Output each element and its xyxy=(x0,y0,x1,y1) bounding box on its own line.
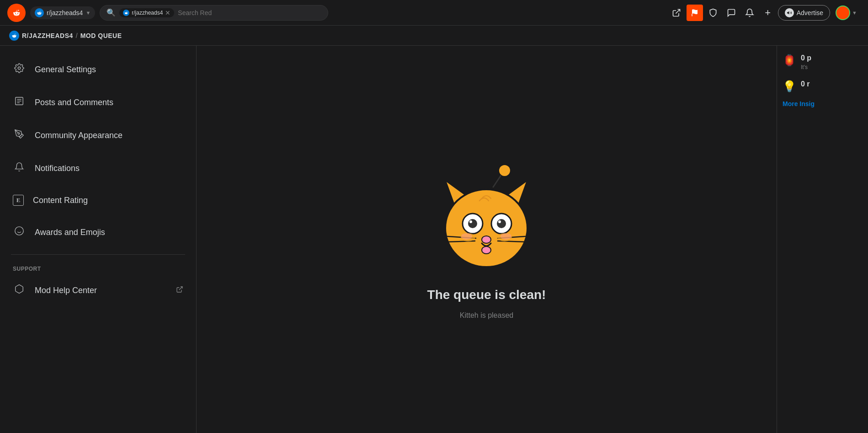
support-section-label: SUPPORT xyxy=(0,260,196,274)
external-link-icon xyxy=(176,286,183,295)
chevron-down-icon: ▼ xyxy=(85,10,91,16)
sidebar-item-label: General Settings xyxy=(35,65,96,75)
user-chevron-icon: ▼ xyxy=(852,10,857,16)
sidebar-item-posts-comments[interactable]: Posts and Comments xyxy=(0,86,196,119)
insight-posts-desc: It's xyxy=(801,64,808,70)
sidebar-item-label: Content Rating xyxy=(33,196,88,205)
awards-icon xyxy=(13,226,26,239)
user-menu[interactable]: ▼ xyxy=(832,4,861,22)
svg-point-24 xyxy=(445,189,527,267)
notification-bell-button[interactable] xyxy=(741,5,758,21)
help-center-icon xyxy=(13,284,26,297)
sidebar-item-label: Posts and Comments xyxy=(35,98,113,107)
main-content: The queue is clean! Kitteh is pleased xyxy=(197,46,777,433)
shield-button[interactable] xyxy=(705,5,721,21)
search-input[interactable] xyxy=(178,9,321,16)
advertise-label: Advertise xyxy=(797,9,823,16)
right-panel: 🏮 0 p It's 💡 0 r More Insig xyxy=(777,46,868,433)
svg-point-29 xyxy=(469,220,472,223)
posts-icon xyxy=(13,96,26,109)
insight-reports-count: 0 r xyxy=(801,79,810,89)
search-tab-label: r/jazzheads4 xyxy=(132,10,163,16)
community-selector[interactable]: r/jazzheads4 ▼ xyxy=(30,6,95,19)
reddit-logo[interactable] xyxy=(7,4,26,22)
empty-state-title: The queue is clean! xyxy=(427,288,546,302)
svg-point-31 xyxy=(482,236,491,243)
lamp-icon: 🏮 xyxy=(783,54,796,67)
insight-card-reports: 💡 0 r xyxy=(783,79,863,93)
sidebar-item-awards-emojis[interactable]: Awards and Emojis xyxy=(0,216,196,249)
sidebar-item-community-appearance[interactable]: Community Appearance xyxy=(0,119,196,152)
subreddit-icon xyxy=(35,8,44,17)
sidebar-item-general-settings[interactable]: General Settings xyxy=(0,53,196,86)
breadcrumb-separator: / xyxy=(76,32,78,39)
search-tab-pill[interactable]: r/jazzheads4 ✕ xyxy=(119,8,174,17)
add-button[interactable]: + xyxy=(760,5,776,21)
svg-point-8 xyxy=(18,133,20,134)
svg-point-3 xyxy=(18,67,21,69)
flag-button[interactable] xyxy=(687,5,703,21)
breadcrumb-bar: R/JAZZHEADS4 / MOD QUEUE xyxy=(0,26,868,46)
sidebar-divider xyxy=(11,254,185,255)
insight-card-posts: 🏮 0 p It's xyxy=(783,53,863,72)
top-navigation: r/jazzheads4 ▼ 🔍 r/jazzheads4 ✕ xyxy=(0,0,868,26)
svg-point-40 xyxy=(501,233,511,240)
sidebar-item-label: Community Appearance xyxy=(35,131,122,140)
nav-icons: + Advertise ▼ xyxy=(668,4,861,22)
search-tab-icon xyxy=(123,10,129,16)
sidebar: General Settings Posts and Comments xyxy=(0,46,197,433)
svg-point-9 xyxy=(15,227,23,235)
kitteh-illustration xyxy=(434,160,539,278)
content-rating-icon: E xyxy=(13,195,24,206)
empty-state-subtitle: Kitteh is pleased xyxy=(460,311,513,320)
breadcrumb-section: MOD QUEUE xyxy=(80,32,122,39)
chat-button[interactable] xyxy=(723,5,740,21)
svg-point-39 xyxy=(461,233,472,240)
sidebar-item-mod-help-center[interactable]: Mod Help Center xyxy=(0,274,196,307)
user-avatar xyxy=(836,5,850,20)
insight-posts-count: 0 p xyxy=(801,53,811,63)
breadcrumb-subreddit-icon xyxy=(9,31,19,41)
svg-line-12 xyxy=(179,287,182,290)
breadcrumb-subreddit: R/JAZZHEADS4 xyxy=(22,32,73,39)
sidebar-item-label: Awards and Emojis xyxy=(35,228,105,237)
sidebar-item-content-rating[interactable]: E Content Rating xyxy=(0,185,196,216)
empty-state: The queue is clean! Kitteh is pleased xyxy=(427,160,546,320)
svg-line-1 xyxy=(676,9,680,13)
sidebar-item-notifications[interactable]: Notifications xyxy=(0,152,196,185)
svg-point-16 xyxy=(499,165,510,176)
gear-icon xyxy=(13,63,26,76)
megaphone-icon xyxy=(785,8,794,17)
appearance-icon xyxy=(13,129,26,142)
community-name: r/jazzheads4 xyxy=(47,9,83,16)
notifications-icon xyxy=(13,162,26,175)
sidebar-item-label: Notifications xyxy=(35,164,80,173)
main-layout: General Settings Posts and Comments xyxy=(0,46,868,433)
sidebar-item-label: Mod Help Center xyxy=(35,286,97,295)
external-link-button[interactable] xyxy=(668,5,685,21)
search-bar: 🔍 r/jazzheads4 ✕ xyxy=(100,5,328,21)
svg-point-30 xyxy=(498,220,501,223)
svg-point-27 xyxy=(468,219,477,228)
search-icon: 🔍 xyxy=(107,8,116,17)
bulb-icon: 💡 xyxy=(783,80,796,93)
svg-point-28 xyxy=(497,219,506,228)
more-insights-link[interactable]: More Insig xyxy=(783,100,863,107)
svg-point-32 xyxy=(482,246,491,254)
search-tab-close-icon[interactable]: ✕ xyxy=(165,9,170,16)
advertise-button[interactable]: Advertise xyxy=(778,5,830,21)
